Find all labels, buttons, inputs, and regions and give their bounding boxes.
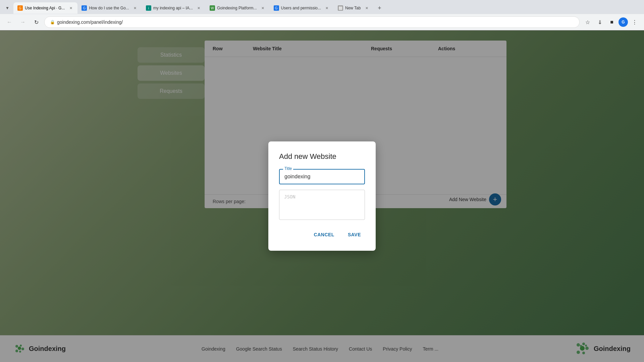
browser-chrome: ▼ G Use Indexing Api · G... ✕ G How do I… (0, 0, 644, 31)
bookmark-icon[interactable]: ☆ (582, 17, 593, 27)
profile-button[interactable]: G (619, 17, 628, 27)
tab-back-btn[interactable]: ▼ (3, 3, 12, 13)
tab-1-close[interactable]: ✕ (68, 5, 73, 11)
tab-6-favicon: ⬜ (338, 5, 343, 11)
json-textarea[interactable] (279, 190, 365, 220)
modal-overlay: Add new Website Title CANCEL SAVE (0, 30, 644, 362)
tab-2-label: How do I use the Go... (89, 6, 129, 10)
address-bar: ← → ↻ 🔒 goindexing.com/panel/indexing/ ☆… (0, 14, 644, 30)
tab-3-close[interactable]: ✕ (196, 5, 202, 11)
reload-button[interactable]: ↻ (31, 17, 42, 27)
tab-5-label: Users and permissio... (281, 6, 321, 10)
lock-icon: 🔒 (50, 20, 55, 24)
add-website-modal: Add new Website Title CANCEL SAVE (268, 141, 376, 251)
extensions-icon[interactable]: ■ (606, 17, 617, 27)
tab-3-label: my indexing api – IA... (153, 6, 193, 10)
url-text: goindexing.com/panel/indexing/ (57, 19, 574, 25)
forward-button[interactable]: → (17, 17, 28, 27)
tab-4[interactable]: W Goindexing Platform... ✕ (206, 2, 270, 14)
tab-2-favicon: G (82, 5, 87, 11)
title-label: Title (283, 166, 293, 171)
tab-1[interactable]: G Use Indexing Api · G... ✕ (13, 2, 77, 14)
modal-actions: CANCEL SAVE (279, 229, 365, 240)
cancel-button[interactable]: CANCEL (310, 229, 338, 240)
title-form-group: Title (279, 169, 365, 184)
tab-5-favicon: G (274, 5, 279, 11)
toolbar-icons: ☆ ⇓ ■ G ⋮ (582, 17, 640, 27)
tab-5-close[interactable]: ✕ (324, 5, 330, 11)
url-bar[interactable]: 🔒 goindexing.com/panel/indexing/ (44, 16, 580, 28)
tab-2[interactable]: G How do I use the Go... ✕ (77, 2, 142, 14)
tab-6[interactable]: ⬜ New Tab ✕ (334, 2, 373, 14)
save-button[interactable]: SAVE (344, 229, 365, 240)
modal-title: Add new Website (279, 152, 365, 161)
title-input[interactable] (279, 169, 365, 184)
new-tab-button[interactable]: + (375, 3, 384, 13)
tab-4-close[interactable]: ✕ (260, 5, 266, 11)
tab-6-close[interactable]: ✕ (364, 5, 369, 11)
tab-6-label: New Tab (345, 6, 361, 10)
menu-icon[interactable]: ⋮ (629, 17, 640, 27)
tab-4-label: Goindexing Platform... (217, 6, 257, 10)
download-icon[interactable]: ⇓ (594, 17, 605, 27)
tab-2-close[interactable]: ✕ (132, 5, 138, 11)
tab-1-label: Use Indexing Api · G... (25, 6, 65, 10)
tab-3-favicon: i (146, 5, 151, 11)
tab-5[interactable]: G Users and permissio... ✕ (270, 2, 334, 14)
tab-3[interactable]: i my indexing api – IA... ✕ (142, 2, 206, 14)
tab-1-favicon: G (17, 5, 23, 11)
tab-bar: ▼ G Use Indexing Api · G... ✕ G How do I… (0, 0, 644, 14)
tab-4-favicon: W (210, 5, 215, 11)
back-button[interactable]: ← (4, 17, 15, 27)
json-form-group (279, 190, 365, 221)
